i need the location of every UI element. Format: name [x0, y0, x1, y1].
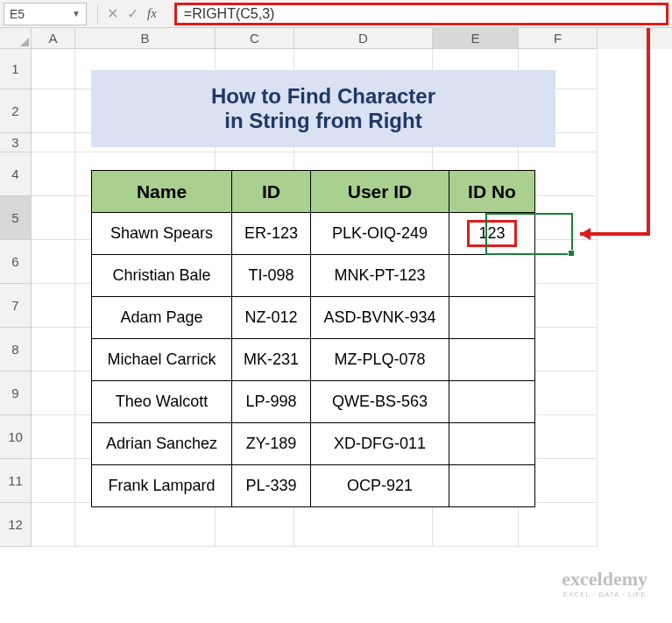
watermark-sub: EXCEL · DATA · LIFE: [562, 591, 647, 598]
cell[interactable]: [519, 503, 598, 547]
header-idno[interactable]: ID No: [449, 171, 535, 213]
cell-id[interactable]: ER-123: [232, 213, 311, 255]
row-header-11[interactable]: 11: [0, 459, 32, 503]
col-header-B[interactable]: B: [75, 28, 216, 49]
row-header-7[interactable]: 7: [0, 284, 32, 328]
result-value: 123: [467, 220, 516, 247]
formula-text: =RIGHT(C5,3): [184, 6, 275, 22]
table-row: Christian BaleTI-098MNK-PT-123: [92, 255, 535, 297]
column-headers: A B C D E F: [0, 28, 672, 49]
cell[interactable]: [294, 503, 433, 547]
table-row: Shawn Spears ER-123 PLK-OIQ-249 123: [92, 213, 535, 255]
divider-icon: [97, 4, 98, 24]
row-header-1[interactable]: 1: [0, 49, 32, 89]
cell[interactable]: [32, 196, 75, 240]
watermark: exceldemy EXCEL · DATA · LIFE: [562, 568, 647, 598]
cell[interactable]: [32, 49, 75, 89]
cell[interactable]: [32, 284, 75, 328]
title-line2: in String from Right: [224, 109, 421, 133]
header-name[interactable]: Name: [92, 171, 232, 213]
row-header-8[interactable]: 8: [0, 328, 32, 372]
header-userid[interactable]: User ID: [311, 171, 449, 213]
name-box[interactable]: E5 ▼: [4, 3, 87, 25]
data-table: Name ID User ID ID No Shawn Spears ER-12…: [91, 170, 535, 507]
fx-icon[interactable]: fx: [147, 6, 157, 21]
table-row: Michael CarrickMK-231MZ-PLQ-078: [92, 339, 535, 381]
cell[interactable]: [32, 89, 75, 133]
row-header-12[interactable]: 12: [0, 503, 32, 547]
table-row: Adrian SanchezZY-189XD-DFG-011: [92, 423, 535, 465]
cell[interactable]: [32, 372, 75, 415]
header-id[interactable]: ID: [232, 171, 311, 213]
cell[interactable]: [216, 503, 294, 547]
check-icon[interactable]: ✓: [127, 5, 138, 22]
row-header-9[interactable]: 9: [0, 372, 32, 415]
row-header-5[interactable]: 5: [0, 196, 32, 240]
row-header-3[interactable]: 3: [0, 133, 32, 152]
col-header-F[interactable]: F: [519, 28, 598, 49]
cell[interactable]: [32, 503, 75, 547]
select-all-corner[interactable]: [0, 28, 32, 49]
formula-bar-icons: ✕ ✓ fx: [90, 4, 171, 24]
title-block: How to Find Character in String from Rig…: [91, 70, 555, 147]
watermark-brand: exceldemy: [562, 568, 647, 591]
title-line1: How to Find Character: [211, 84, 435, 109]
col-header-D[interactable]: D: [294, 28, 433, 49]
cell[interactable]: [32, 133, 75, 152]
spreadsheet-grid: A B C D E F 1 2 3 4 5 6 7 8 9 10 11 12 H…: [0, 28, 672, 547]
cell[interactable]: [32, 415, 75, 459]
formula-bar-input[interactable]: =RIGHT(C5,3): [174, 3, 668, 25]
col-header-A[interactable]: A: [32, 28, 75, 49]
cell[interactable]: [32, 240, 75, 284]
row-header-6[interactable]: 6: [0, 240, 32, 284]
table-row: Theo WalcottLP-998QWE-BS-563: [92, 381, 535, 423]
cell[interactable]: [75, 503, 216, 547]
name-box-value: E5: [10, 7, 25, 21]
cell-name[interactable]: Shawn Spears: [92, 213, 232, 255]
table-row: Frank LampardPL-339OCP-921: [92, 465, 535, 507]
row-header-4[interactable]: 4: [0, 152, 32, 196]
row-header-10[interactable]: 10: [0, 415, 32, 459]
col-header-E[interactable]: E: [433, 28, 519, 49]
cancel-icon[interactable]: ✕: [107, 5, 118, 22]
chevron-down-icon[interactable]: ▼: [72, 9, 81, 18]
table-row: Adam PageNZ-012ASD-BVNK-934: [92, 297, 535, 339]
cell[interactable]: [32, 328, 75, 372]
cell[interactable]: [433, 503, 519, 547]
cell-idno[interactable]: 123: [449, 213, 535, 255]
formula-bar-row: E5 ▼ ✕ ✓ fx =RIGHT(C5,3): [0, 0, 672, 28]
cell-userid[interactable]: PLK-OIQ-249: [311, 213, 449, 255]
row-header-2[interactable]: 2: [0, 89, 32, 133]
col-header-C[interactable]: C: [216, 28, 294, 49]
cell[interactable]: [32, 152, 75, 196]
cell[interactable]: [32, 459, 75, 503]
